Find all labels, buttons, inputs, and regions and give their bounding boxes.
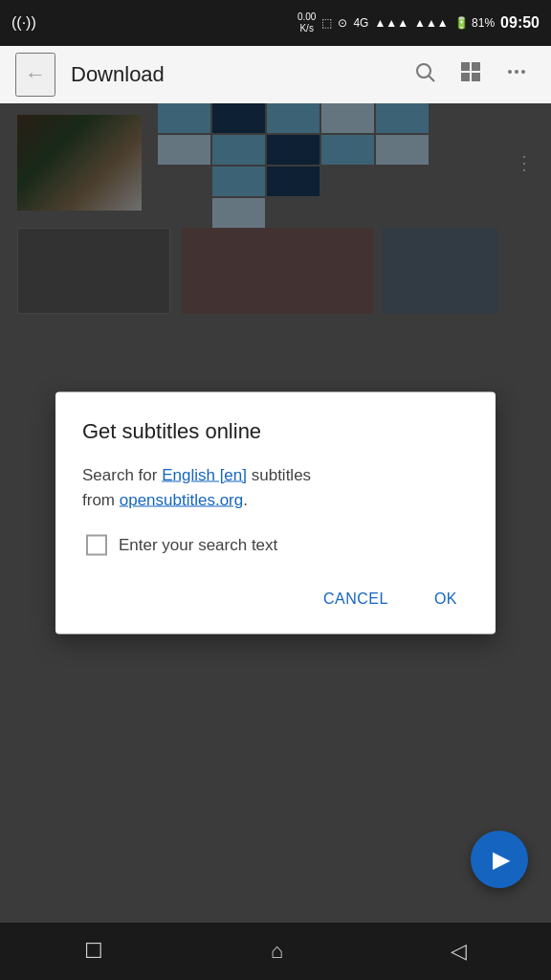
- network-type: 4G: [353, 16, 368, 30]
- search-text-row: Enter your search text: [82, 535, 469, 556]
- svg-point-6: [508, 70, 512, 74]
- wifi-icon: ((·)): [11, 14, 36, 32]
- search-text-label: Enter your search text: [119, 536, 277, 555]
- toolbar: ← Download: [0, 46, 551, 103]
- navigation-bar: ☐ ⌂ ◁: [0, 923, 551, 980]
- cancel-button[interactable]: Cancel: [312, 583, 400, 615]
- recents-button[interactable]: ☐: [65, 929, 122, 973]
- svg-rect-2: [461, 62, 470, 71]
- subtitle-site-link[interactable]: opensubtitles.org: [120, 490, 243, 508]
- dialog-body: Search for English [en] subtitlesfrom op…: [82, 463, 469, 512]
- play-fab[interactable]: ▶: [471, 831, 528, 888]
- svg-rect-4: [461, 73, 470, 81]
- play-icon: ▶: [493, 846, 510, 873]
- signal-bars-2: ▲▲▲: [414, 16, 449, 30]
- page-title: Download: [71, 62, 390, 87]
- speed-text: 0.00K/s: [298, 11, 316, 34]
- grid-view-button[interactable]: [452, 53, 490, 97]
- cast-icon: ⬚: [321, 16, 332, 30]
- clock: 09:50: [500, 14, 540, 32]
- language-link[interactable]: English [en]: [162, 466, 247, 484]
- dialog-actions: Cancel OK: [82, 583, 469, 615]
- search-button[interactable]: [406, 53, 444, 97]
- subtitles-dialog: Get subtitles online Search for English …: [55, 392, 496, 635]
- dialog-body-prefix: Search for: [82, 466, 162, 484]
- svg-point-8: [521, 70, 525, 74]
- ok-button[interactable]: OK: [423, 583, 469, 615]
- svg-point-0: [417, 64, 430, 78]
- dialog-title: Get subtitles online: [82, 419, 469, 444]
- svg-rect-5: [472, 73, 480, 81]
- dialog-body-suffix: .: [243, 490, 248, 508]
- back-nav-button[interactable]: ◁: [431, 929, 486, 973]
- svg-point-7: [515, 70, 518, 74]
- more-options-button[interactable]: [497, 53, 536, 97]
- battery-level: 🔋 81%: [454, 16, 495, 30]
- search-text-checkbox[interactable]: [86, 535, 107, 556]
- location-icon: ⊙: [338, 16, 347, 30]
- status-bar: ((·)) 0.00K/s ⬚ ⊙ 4G ▲▲▲ ▲▲▲ 🔋 81% 09:50: [0, 0, 551, 46]
- back-button[interactable]: ←: [15, 53, 55, 97]
- status-right: 0.00K/s ⬚ ⊙ 4G ▲▲▲ ▲▲▲ 🔋 81% 09:50: [298, 11, 540, 34]
- main-content: ⋮ Get subtitles online Search for Englis…: [0, 103, 551, 923]
- status-left: ((·)): [11, 14, 36, 32]
- svg-line-1: [430, 77, 435, 82]
- signal-bars-1: ▲▲▲: [374, 16, 408, 30]
- home-button[interactable]: ⌂: [252, 929, 302, 973]
- toolbar-icons: [406, 53, 536, 97]
- svg-rect-3: [472, 62, 480, 71]
